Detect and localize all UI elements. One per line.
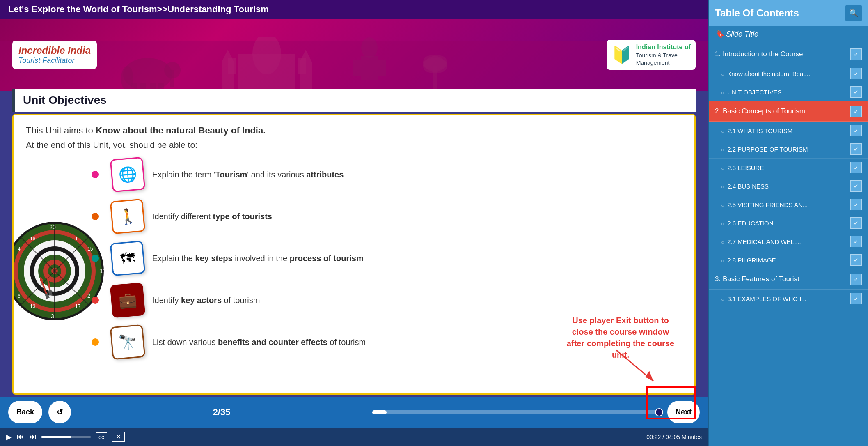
toc-sub-1-1[interactable]: ○Know about the natural Beau... ✓ — [709, 64, 868, 83]
svg-point-23 — [423, 58, 447, 70]
toc-section-1-label: 1. Introduction to the Course — [715, 50, 803, 58]
logo-subtitle: Tourist Facilitator — [18, 56, 91, 65]
exit-arrow — [612, 346, 662, 387]
toc-check-2-3[interactable]: ✓ — [850, 162, 862, 173]
toc-header: Table Of Contents 🔍 — [709, 0, 868, 26]
header-banner: Incredible India Tourist Facilitator — [0, 19, 708, 91]
toc-section-3[interactable]: 3. Basic Features of Tourist ✓ — [709, 269, 868, 290]
toc-check-1-1[interactable]: ✓ — [850, 68, 862, 79]
objective-item-3: 🗺 Explain the key steps involved in the … — [92, 242, 682, 275]
dot-2 — [92, 213, 99, 220]
toc-check-2-8[interactable]: ✓ — [850, 254, 862, 266]
objective-item-4: 💼 Identify key actors of tourism — [92, 284, 682, 317]
toc-sub-2-1[interactable]: ○2.1 WHAT IS TOURISM ✓ — [709, 122, 868, 140]
step-forward-button[interactable]: ⏭ — [29, 432, 37, 441]
toc-search-button[interactable]: 🔍 — [845, 5, 862, 21]
toc-sub-2-7[interactable]: ○2.7 MEDICAL AND WELL... ✓ — [709, 232, 868, 251]
toc-check-1-2[interactable]: ✓ — [850, 86, 862, 98]
slide-inner: This Unit aims to Know about the natural… — [14, 115, 694, 393]
toc-section-2[interactable]: 2. Basic Concepts of Tourism ✓ — [709, 101, 868, 122]
obj-icon-1: 🌐 — [110, 157, 146, 193]
toc-sub-2-6[interactable]: ○2.6 EDUCATION ✓ — [709, 214, 868, 232]
svg-point-8 — [361, 37, 378, 58]
toc-check-s2[interactable]: ✓ — [850, 106, 862, 117]
bookmark-icon: 🔖 — [715, 30, 724, 38]
incredible-india-logo: Incredible India Tourist Facilitator — [12, 41, 97, 69]
iittm-name-bold: Indian Institute of — [636, 44, 691, 51]
toc-sub-2-5-label: 2.5 VISITING FRIENDS AN... — [727, 201, 808, 208]
toc-dot-1-2: ○ — [721, 90, 724, 96]
next-button[interactable]: Next — [667, 401, 700, 423]
volume-bar[interactable] — [41, 436, 91, 438]
toc-sub-2-8[interactable]: ○2.8 PILGRIMAGE ✓ — [709, 251, 868, 269]
back-button[interactable]: Back — [8, 401, 42, 423]
toc-sub-2-3-label: 2.3 LEISURE — [727, 164, 764, 171]
progress-fill — [372, 410, 387, 414]
toc-slide-title-label: 🔖 Slide Title — [709, 26, 868, 42]
toc-sub-1-2[interactable]: ○UNIT OBJECTIVES ✓ — [709, 83, 868, 101]
slide-counter: 2/35 — [77, 407, 366, 418]
breadcrumb: Let's Explore the World of Tourism>>Unde… — [0, 0, 708, 19]
toc-items-list[interactable]: 1. Introduction to the Course ✓ ○Know ab… — [709, 42, 868, 446]
svg-rect-6 — [228, 58, 236, 74]
toc-check-2-1[interactable]: ✓ — [850, 125, 862, 136]
iittm-name-rest: Tourism & TravelManagement — [636, 52, 679, 66]
toc-sub-2-3[interactable]: ○2.3 LEISURE ✓ — [709, 159, 868, 177]
toc-sub-1-2-label: UNIT OBJECTIVES — [727, 89, 781, 96]
toc-dot-2-4: ○ — [721, 184, 724, 190]
toc-check-3-1[interactable]: ✓ — [850, 293, 862, 304]
iittm-logo: 🔰 Indian Institute of Tourism & TravelMa… — [607, 40, 696, 70]
control-bar: Back ↺ 2/35 Next — [0, 397, 708, 428]
toc-dot-2-8: ○ — [721, 258, 724, 264]
toc-dot-2-2: ○ — [721, 147, 724, 153]
iittm-emblem: 🔰 — [611, 45, 632, 64]
toc-check-2-6[interactable]: ✓ — [850, 217, 862, 229]
reload-icon: ↺ — [57, 408, 63, 417]
toc-check-2-7[interactable]: ✓ — [850, 236, 862, 247]
toc-dot-3-1: ○ — [721, 297, 724, 302]
obj-icon-3: 🗺 — [110, 241, 146, 276]
toc-sub-2-7-label: 2.7 MEDICAL AND WELL... — [727, 238, 803, 245]
obj-text-3: Explain the key steps involved in the pr… — [152, 254, 364, 263]
toc-sub-3-1[interactable]: ○3.1 EXAMPLES OF WHO I... ✓ — [709, 290, 868, 308]
objective-item-2: 🚶 Identify different type of tourists — [92, 200, 682, 233]
iittm-text: Indian Institute of Tourism & TravelMana… — [636, 43, 691, 67]
toc-sub-2-2-label: 2.2 PURPOSE OF TOURISM — [727, 146, 808, 153]
play-button[interactable]: ▶ — [6, 432, 12, 441]
obj-text-5: List down various benefits and counter e… — [152, 338, 366, 347]
progress-dot — [655, 408, 663, 416]
step-back-button[interactable]: ⏮ — [17, 432, 24, 441]
toc-check-2-5[interactable]: ✓ — [850, 199, 862, 210]
slide-intro: This Unit aims to Know about the natural… — [26, 125, 682, 136]
toc-check-2-2[interactable]: ✓ — [850, 143, 862, 155]
toc-section-1[interactable]: 1. Introduction to the Course ✓ — [709, 44, 868, 64]
search-icon: 🔍 — [849, 9, 858, 18]
svg-rect-10 — [353, 60, 361, 76]
close-media-button[interactable]: ✕ — [112, 432, 125, 442]
toc-sub-2-8-label: 2.8 PILGRIMAGE — [727, 257, 776, 264]
toc-check-2-4[interactable]: ✓ — [850, 180, 862, 192]
toc-dot-2-3: ○ — [721, 166, 724, 171]
cc-button[interactable]: cc — [96, 432, 107, 441]
timer-display: 00:22 / 04:05 Minutes — [646, 434, 702, 440]
svg-text:6: 6 — [12, 268, 13, 274]
toc-check-s3[interactable]: ✓ — [850, 274, 862, 285]
toc-check-s1[interactable]: ✓ — [850, 48, 862, 60]
toc-sub-2-4[interactable]: ○2.4 BUSINESS ✓ — [709, 177, 868, 195]
toc-section-3-label: 3. Basic Features of Tourist — [715, 275, 799, 283]
media-bar: ▶ ⏮ ⏭ cc ✕ 00:22 / 04:05 Minutes — [0, 428, 708, 446]
dot-5 — [92, 338, 99, 346]
unit-title-bar: Unit Objectives — [12, 89, 696, 112]
slide-intro-bold: Know about the natural Beauty of India. — [96, 125, 266, 136]
reload-button[interactable]: ↺ — [48, 401, 71, 423]
obj-icon-2: 🚶 — [110, 199, 146, 234]
progress-bar — [372, 410, 661, 414]
toc-dot-2-5: ○ — [721, 202, 724, 208]
toc-sub-2-2[interactable]: ○2.2 PURPOSE OF TOURISM ✓ — [709, 140, 868, 159]
toc-sub-2-5[interactable]: ○2.5 VISITING FRIENDS AN... ✓ — [709, 195, 868, 214]
toc-sub-2-4-label: 2.4 BUSINESS — [727, 183, 769, 190]
obj-icon-5: 🔭 — [110, 324, 146, 360]
main-content-area: Let's Explore the World of Tourism>>Unde… — [0, 0, 708, 446]
toc-dot-2-1: ○ — [721, 129, 724, 134]
unit-title: Unit Objectives — [23, 94, 687, 107]
